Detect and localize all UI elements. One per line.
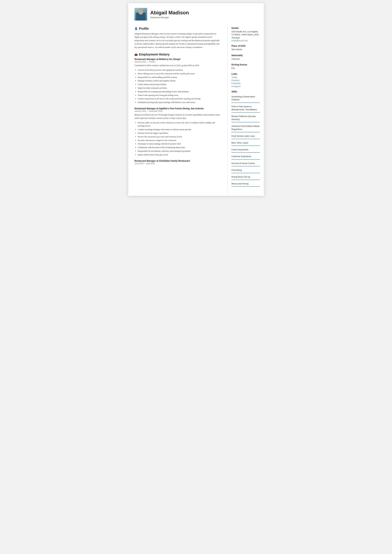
skill-name: Food Service Labor Laws [231, 135, 255, 137]
body-section: 👤 Profile Diligent Restaurant Manager wi… [128, 24, 264, 196]
skill-name: American Food Safety Institute Regulatio… [231, 125, 259, 130]
header-section: Abigail Madison Restaurant Manager [128, 3, 264, 24]
job-3-dates: June 2019 — April 2015 [134, 162, 221, 165]
skills-title: Skills [231, 90, 260, 93]
main-content: 👤 Profile Diligent Restaurant Manager wi… [128, 24, 228, 196]
list-item: Conduct morning meetings with waiters to… [138, 128, 221, 131]
place-of-birth-section: Place of birth San Antonio [231, 45, 260, 51]
skill-name: Menus and Pricing [231, 182, 249, 185]
skill-name: Point of Sale Systems (Breadcrumbs, Touc… [231, 105, 257, 111]
list-item: Oversee food safety practices and equipm… [138, 69, 221, 72]
candidate-title: Restaurant Manager [150, 16, 258, 19]
skill-item: Food Service Labor Laws [231, 133, 260, 139]
driving-license-label: Driving license [231, 63, 260, 66]
job-1-highlight: Contributed to 96% customer satisfaction… [134, 64, 221, 67]
list-item: Participate in menu tastings with the Ex… [138, 142, 221, 146]
skill-item: Customer Experience [231, 154, 260, 159]
employment-title: Employment History [139, 53, 169, 56]
skill-item: Beer, Wine, Liquor [231, 140, 260, 146]
skill-name: Beer, Wine, Liquor [231, 142, 248, 144]
details-section: Details 1515 Pacific Ave, Los Angeles, C… [231, 27, 260, 42]
list-item: Collaborate with Executive Chef in final… [138, 146, 221, 149]
links-section: Links Twitter Pinterest Facebook Instagr… [231, 73, 260, 88]
header-text: Abigail Madison Restaurant Manager [150, 10, 258, 19]
list-item: Manage inventory control and supplier li… [138, 79, 221, 83]
list-item: Responsible for cash handling and POS sy… [138, 76, 221, 79]
job-1-title: Restaurant Manager at Mulberry Inn, Borg… [134, 58, 221, 60]
list-item: Inspect dishes before they get served [138, 153, 221, 156]
employment-header: 💼 Employment History [134, 53, 221, 56]
job-2-highlight: Reduced overhead costs by 7% through str… [134, 113, 221, 120]
skill-item: Gourmet & Haute Cuisine [231, 161, 260, 166]
link-pinterest[interactable]: Pinterest [231, 79, 260, 82]
skill-name: Scheduling & Reservation Software [231, 95, 255, 101]
nationality-section: Nationality American [231, 54, 260, 61]
profile-header: 👤 Profile [134, 27, 221, 30]
profile-icon: 👤 [134, 27, 138, 30]
skill-item: Review Platforms (Zomato, DineOut) [231, 113, 260, 122]
job-1-dates: January 2019 — Present [134, 61, 221, 63]
skill-item: Food Components [231, 147, 260, 153]
skill-item: American Food Safety Institute Regulatio… [231, 123, 260, 132]
job-1: Restaurant Manager at Mulberry Inn, Borg… [134, 58, 221, 104]
skill-name: Gourmet & Haute Cuisine [231, 162, 255, 164]
details-email[interactable]: email@email.com [231, 39, 260, 42]
profile-text: Diligent Restaurant Manager with six yea… [134, 32, 221, 49]
nationality-label: Nationality [231, 54, 260, 57]
list-item: Responsible for training and onboarding … [138, 90, 221, 93]
list-item: Monitor food and supply expenditure [138, 132, 221, 135]
link-facebook[interactable]: Facebook [231, 82, 260, 84]
list-item: Tasked with opening and closing the dini… [138, 94, 221, 97]
job-2: Restaurant Manager at Ogalitto's Fine Fu… [134, 107, 221, 156]
job-3-title: Restaurant Manager at Chickititas Family… [134, 160, 221, 162]
job-2-bullets: Perform audits on all areas of the resta… [134, 121, 221, 156]
list-item: Create menus and pricing of dishes [138, 83, 221, 86]
details-title: Details [231, 27, 260, 29]
place-of-birth-value: San Antonio [231, 48, 260, 51]
candidate-name: Abigail Madison [150, 10, 258, 16]
list-item: Review the restaurant's par stock and in… [138, 135, 221, 139]
list-item: Set sales and turnover targets for the r… [138, 139, 221, 142]
skill-name: Food Components [231, 148, 248, 151]
skill-name: Fine Dining [231, 169, 242, 171]
skill-item: Scheduling & Reservation Software [231, 94, 260, 103]
link-twitter[interactable]: Twitter [231, 76, 260, 78]
avatar [134, 8, 147, 21]
skill-item: Menus and Pricing [231, 181, 260, 187]
list-item: Scheduled morning daily prep meetings wi… [138, 101, 221, 104]
link-instagram[interactable]: Instagram [231, 85, 260, 88]
list-item: Responsible for recruitment, selection, … [138, 149, 221, 153]
job-3: Restaurant Manager at Chickititas Family… [134, 160, 221, 165]
sidebar: Details 1515 Pacific Ave, Los Angeles, C… [228, 24, 264, 196]
skill-name: Customer Experience [231, 155, 251, 158]
links-title: Links [231, 73, 260, 75]
profile-section: 👤 Profile Diligent Restaurant Manager wi… [134, 27, 221, 49]
skill-name: Review Platforms (Zomato, DineOut) [231, 115, 256, 120]
skill-item: Fine Dining [231, 167, 260, 173]
list-item: Conduct inspections in all areas of the … [138, 97, 221, 100]
job-2-title: Restaurant Manager at Ogalitto's Fine Fu… [134, 107, 221, 110]
list-item: Perform audits on all areas of the resta… [138, 121, 221, 128]
driving-license-section: Driving license Full [231, 63, 260, 70]
skill-name: Dining Room Set Up [231, 176, 250, 178]
employment-icon: 💼 [134, 53, 138, 56]
resume-document: Abigail Madison Restaurant Manager 👤 Pro… [128, 3, 264, 196]
employment-section: 💼 Employment History Restaurant Manager … [134, 53, 221, 164]
nationality-value: American [231, 57, 260, 61]
skills-section: Skills Scheduling & Reservation Software… [231, 90, 260, 187]
details-address: 1515 Pacific Ave, Los Angeles, CA 90291,… [231, 30, 260, 39]
place-of-birth-label: Place of birth [231, 45, 260, 47]
skill-item: Dining Room Set Up [231, 174, 260, 180]
list-item: Supervise daily restaurant activities [138, 86, 221, 90]
job-1-bullets: Oversee food safety practices and equipm… [134, 69, 221, 104]
list-item: Direct dining room set up in the restaur… [138, 72, 221, 75]
skill-item: Point of Sale Systems (Breadcrumbs, Touc… [231, 104, 260, 112]
job-2-dates: January 2016 — December 2018 [134, 110, 221, 112]
driving-license-value: Full [231, 67, 260, 70]
profile-title: Profile [139, 27, 149, 30]
